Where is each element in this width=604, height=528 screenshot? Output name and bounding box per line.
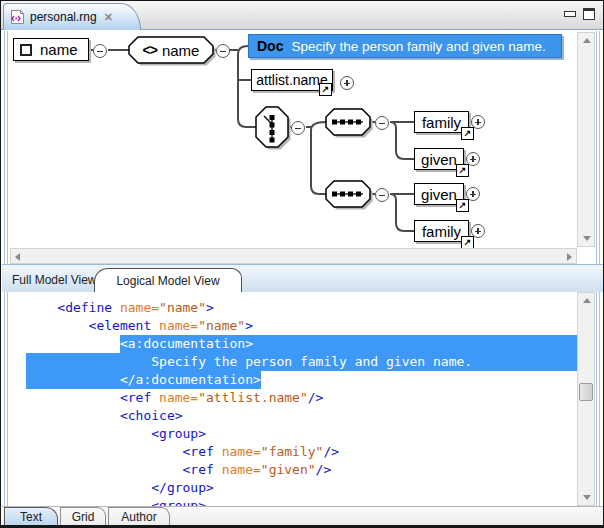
jump-to-definition-icon[interactable]	[319, 83, 332, 96]
element-label: name	[162, 42, 200, 59]
define-icon	[20, 44, 32, 56]
panel-border-left	[1, 292, 10, 506]
code-line: <ref name="attlist.name"/>	[26, 389, 577, 407]
code-line: <ref name="given"/>	[26, 461, 577, 479]
ref-label: attlist.name	[256, 72, 328, 88]
scroll-down-icon[interactable]	[583, 495, 591, 500]
tab-logical-model-view[interactable]: Logical Model View	[94, 268, 242, 293]
jump-to-definition-icon[interactable]	[461, 236, 474, 248]
close-icon[interactable]: ✕	[104, 11, 113, 24]
diagram-vertical-scrollbar[interactable]	[577, 32, 595, 247]
ref-label: given	[421, 186, 457, 203]
maximize-icon[interactable]	[583, 8, 595, 20]
panel-border-left	[1, 31, 10, 264]
choice-node[interactable]	[256, 107, 291, 150]
scroll-right-icon[interactable]	[567, 253, 572, 261]
jump-to-definition-icon[interactable]	[456, 164, 469, 177]
collapse-icon[interactable]	[291, 121, 305, 135]
scrollbar-thumb[interactable]	[579, 383, 593, 401]
code-line: <group>	[26, 425, 577, 443]
code-line: <choice>	[26, 407, 577, 425]
tab-label: Logical Model View	[116, 274, 219, 288]
doc-badge: Doc	[257, 38, 283, 54]
tab-full-model-view[interactable]: Full Model View	[12, 273, 96, 287]
collapse-icon[interactable]	[93, 44, 107, 58]
group-node[interactable]	[326, 181, 373, 210]
schema-diagram-panel[interactable]: name <> name Doc Specify the person fami…	[10, 31, 577, 248]
tab-personal-rng[interactable]: personal.rng ✕	[3, 3, 141, 30]
code-line: <group>	[26, 497, 577, 506]
jump-to-definition-icon[interactable]	[456, 199, 469, 212]
scroll-up-icon[interactable]	[583, 298, 591, 303]
ref-label: given	[421, 151, 457, 168]
element-icon: <>	[143, 42, 157, 58]
tab-grid[interactable]: Grid	[60, 507, 106, 526]
code-editor[interactable]: <define name="name"> <element name="name…	[10, 292, 596, 506]
ref-label: family	[422, 223, 461, 240]
code-line: </a:documentation>	[26, 371, 577, 389]
editor-tabbar: personal.rng ✕	[1, 1, 603, 30]
panel-border-right	[594, 31, 603, 264]
doc-annotation-node[interactable]: Doc Specify the person family and given …	[248, 34, 562, 58]
minimize-icon[interactable]	[564, 11, 576, 17]
code-lines[interactable]: <define name="name"> <element name="name…	[10, 299, 577, 506]
scroll-down-icon[interactable]	[583, 236, 591, 241]
ref-label: family	[422, 114, 461, 131]
tab-text[interactable]: Text	[4, 507, 58, 526]
define-node[interactable]: name	[13, 38, 89, 61]
code-line: Specify the person family and given name…	[26, 353, 577, 371]
collapse-icon[interactable]	[375, 188, 389, 202]
scroll-left-icon[interactable]	[15, 253, 20, 261]
file-tab-label: personal.rng	[30, 10, 97, 24]
collapse-icon[interactable]	[216, 44, 230, 58]
expand-icon[interactable]	[340, 76, 354, 90]
tab-author[interactable]: Author	[108, 507, 170, 526]
page-mode-tabbar: Text Grid Author	[2, 506, 604, 525]
diagram-graphics	[10, 31, 577, 248]
group-node[interactable]	[326, 109, 373, 138]
code-line: <ref name="family"/>	[26, 443, 577, 461]
diagram-horizontal-scrollbar[interactable]	[10, 248, 577, 264]
app-window: personal.rng ✕	[0, 0, 604, 528]
model-view-tabbar: Full Model View Logical Model View	[2, 264, 604, 292]
code-line: </group>	[26, 479, 577, 497]
code-line: <define name="name">	[26, 299, 577, 317]
jump-to-definition-icon[interactable]	[461, 127, 474, 140]
view-window-buttons	[564, 8, 595, 20]
scroll-up-icon[interactable]	[583, 38, 591, 43]
code-vertical-scrollbar[interactable]	[577, 292, 595, 506]
doc-text: Specify the person family and given name…	[291, 39, 545, 54]
define-label: name	[40, 41, 78, 58]
rng-file-icon	[10, 9, 25, 25]
code-line: <a:documentation>	[26, 335, 577, 353]
element-node[interactable]: <> name	[129, 37, 213, 63]
code-line: <element name="name">	[26, 317, 577, 335]
collapse-icon[interactable]	[375, 116, 389, 130]
